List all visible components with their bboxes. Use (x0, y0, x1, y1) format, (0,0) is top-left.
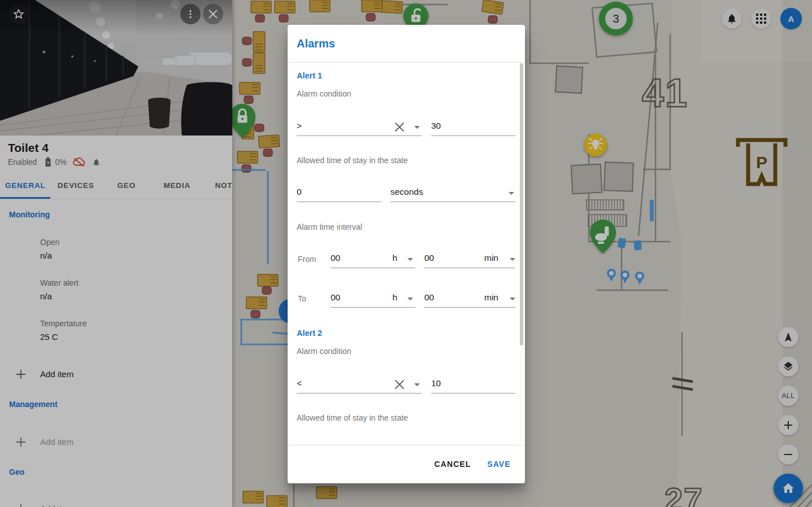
dropdown-caret-icon (414, 383, 420, 386)
alert1-stay-label: Allowed time of stay in the state (297, 156, 408, 165)
dropdown-caret-icon (414, 126, 420, 129)
footer-divider (288, 445, 525, 445)
to-hours-select[interactable]: 00 h (331, 291, 415, 308)
alert1-title: Alert 1 (297, 71, 322, 80)
from-minutes-select[interactable]: 00 min (424, 252, 515, 268)
alert1-stay-unit-select[interactable]: seconds (390, 186, 515, 202)
scrollbar-thumb[interactable] (520, 63, 523, 346)
to-label: To (298, 294, 306, 303)
clear-icon[interactable] (394, 379, 405, 392)
dialog-title: Alarms (297, 37, 335, 50)
alert1-stay-value-input[interactable]: 0 (297, 186, 381, 202)
alert2-title: Alert 2 (297, 329, 322, 338)
alert1-condition-label: Alarm condition (297, 89, 351, 98)
alert1-operator-select[interactable]: > (297, 120, 422, 136)
alert2-stay-label: Allowed time of stay in the state (297, 413, 408, 422)
alert2-operator-select[interactable]: < (297, 377, 422, 394)
dropdown-caret-icon (510, 258, 515, 261)
dropdown-caret-icon (509, 192, 514, 195)
dropdown-caret-icon (407, 298, 413, 300)
alarms-dialog: Alarms Alert 1 Alarm condition > 30 Allo… (288, 25, 525, 483)
from-label: From (298, 255, 316, 264)
alert1-threshold-input[interactable]: 30 (431, 120, 515, 136)
from-hours-select[interactable]: 00 h (331, 252, 415, 268)
to-minutes-select[interactable]: 00 min (424, 291, 515, 308)
alert2-threshold-input[interactable]: 10 (431, 377, 515, 394)
cancel-button[interactable]: CANCEL (425, 454, 480, 474)
save-button[interactable]: SAVE (480, 454, 518, 474)
dropdown-caret-icon (510, 298, 515, 300)
header-divider (288, 62, 525, 63)
clear-icon[interactable] (394, 121, 405, 135)
dropdown-caret-icon (407, 258, 413, 261)
alert1-interval-label: Alarm time interval (297, 222, 362, 231)
alert2-condition-label: Alarm condition (297, 347, 351, 356)
